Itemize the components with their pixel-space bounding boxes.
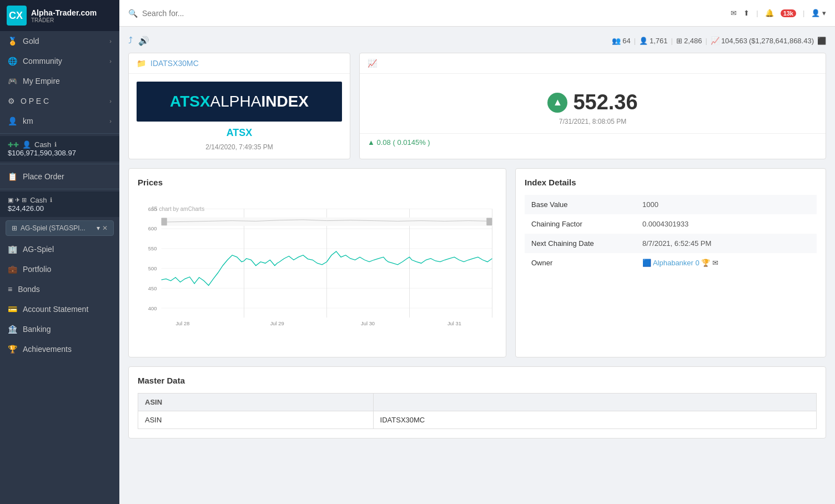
cash-icon: 👤	[22, 140, 31, 149]
index-card-body: ATSX ALPHA INDEX ATSX 2/14/2020, 7:49:35…	[129, 74, 350, 159]
km-icon: 👤	[8, 117, 17, 125]
detail-label: Next Chaining Date	[525, 234, 636, 253]
table-row: Base Value 1000	[525, 195, 817, 214]
search-icon: 🔍	[128, 9, 138, 18]
sidebar-item-label: O P E C	[21, 97, 49, 105]
sidebar-item-community[interactable]: 🌐 Community ›	[0, 51, 119, 71]
chart-svg: 650 600 550 500 450 400	[138, 193, 497, 348]
index-id[interactable]: IDATSX30MC	[150, 59, 199, 68]
details-table: Base Value 1000 Chaining Factor 0.000430…	[525, 195, 817, 273]
table-header-row: ASIN	[138, 394, 817, 411]
alpha-index-text: ALPHA	[210, 93, 261, 110]
banking-icon: 🏦	[8, 325, 17, 334]
plus-icons: ✚✚	[8, 141, 19, 149]
sidebar: CX Alpha-Trader.com TRADER 🏅 Gold › 🌐 Co…	[0, 0, 119, 504]
cash-block-1: ✚✚ 👤 Cash ℹ $106,971,590,308.97	[0, 136, 119, 162]
info-icon-2[interactable]: ℹ	[50, 196, 52, 204]
cash-amount-1: $106,971,590,308.97	[8, 149, 112, 157]
detail-value: 1000	[636, 195, 817, 214]
folder-icon: 📁	[137, 59, 146, 68]
main-content: 🔍 ✉ ⬆ | 🔔 13k | 👤 ▾ ⤴ 🔊 👥 64	[119, 0, 835, 504]
account-icons: ▣ ✈ ⊞	[8, 196, 27, 204]
atsx-logo: ATSX ALPHA INDEX	[137, 82, 342, 122]
audio-icon[interactable]: 🔊	[138, 36, 149, 46]
svg-text:400: 400	[148, 306, 157, 311]
order-icon: 📋	[8, 172, 17, 181]
sidebar-item-km[interactable]: 👤 km ›	[0, 111, 119, 131]
prices-chart-card: Prices JS chart by amCharts 650 600 550 …	[128, 168, 506, 357]
price-value-row: ▲ 552.36	[547, 90, 637, 114]
account-name: AG-Spiel (STAGSPI...	[21, 224, 85, 232]
asin-key: ASIN	[138, 411, 374, 429]
price-number: 552.36	[573, 90, 637, 114]
sidebar-item-bonds[interactable]: ≡ Bonds	[0, 279, 119, 299]
account-icon: ⊞	[12, 224, 17, 232]
detail-value: 0.0004301933	[636, 214, 817, 234]
search-box[interactable]: 🔍	[128, 9, 264, 18]
bell-icon[interactable]: 🔔	[765, 9, 774, 17]
chevron-right-icon: ›	[109, 98, 112, 104]
price-card-header: 📈	[360, 53, 826, 74]
owner-link[interactable]: Alphabanker 0	[653, 259, 700, 267]
table-row: Chaining Factor 0.0004301933	[525, 214, 817, 234]
mail-owner-icon[interactable]: ✉	[712, 259, 718, 267]
sidebar-item-ag-spiel[interactable]: 🏢 AG-Spiel	[0, 239, 119, 259]
export-icon[interactable]: ⬛	[817, 37, 826, 45]
col-value	[373, 394, 816, 411]
ag-icon: 🏢	[8, 245, 17, 254]
groups-icon: ⊞	[676, 37, 682, 45]
master-data-table: ASIN ASIN IDATSX30MC	[138, 393, 817, 429]
change-paren-close: )	[427, 138, 430, 147]
master-data-card: Master Data ASIN ASIN IDATSX30MC	[128, 366, 826, 439]
sidebar-item-my-empire[interactable]: 🎮 My Empire	[0, 71, 119, 91]
opec-icon: ⚙	[8, 97, 15, 105]
sidebar-item-label: Gold	[23, 37, 39, 46]
sidebar-item-achievements[interactable]: 🏆 Achievements	[0, 339, 119, 359]
sidebar-item-portfolio[interactable]: 💼 Portfolio	[0, 259, 119, 279]
svg-text:CX: CX	[9, 10, 23, 21]
statement-icon: 💳	[8, 305, 17, 314]
portfolio-icon: 💼	[8, 265, 17, 274]
cash-label: Cash	[34, 140, 51, 149]
chart-icon: 📈	[368, 59, 377, 68]
topbar: 🔍 ✉ ⬆ | 🔔 13k | 👤 ▾	[119, 0, 835, 27]
change-value: 0.08	[377, 138, 391, 147]
ticker-label[interactable]: ATSX	[137, 127, 342, 139]
index-card-header: 📁 IDATSX30MC	[129, 53, 350, 74]
sidebar-item-banking[interactable]: 🏦 Banking	[0, 319, 119, 339]
sidebar-item-label: Bonds	[18, 285, 40, 294]
mail-icon[interactable]: ✉	[731, 9, 737, 17]
upload-icon[interactable]: ⬆	[743, 9, 750, 17]
svg-rect-23	[162, 218, 167, 226]
search-input[interactable]	[142, 9, 264, 18]
sidebar-logo[interactable]: CX Alpha-Trader.com TRADER	[0, 0, 119, 31]
chevron-right-icon: ›	[109, 58, 112, 64]
achievements-icon: 🏆	[8, 345, 17, 354]
sidebar-item-account-statement[interactable]: 💳 Account Statement	[0, 299, 119, 319]
owner-cell: 🟦 Alphabanker 0 🏆 ✉	[636, 253, 817, 273]
gold-icon: 🏅	[8, 37, 17, 46]
online-stat: 👥 64	[612, 37, 630, 45]
sidebar-item-gold[interactable]: 🏅 Gold ›	[0, 31, 119, 51]
sidebar-item-label: Community	[23, 57, 62, 65]
sidebar-item-label: Account Statement	[23, 305, 88, 314]
sidebar-item-place-order[interactable]: 📋 Place Order	[0, 167, 119, 187]
sidebar-item-label: My Empire	[23, 77, 60, 85]
members-stat: 👤 1,761	[639, 37, 668, 45]
content-area: ⤴ 🔊 👥 64 | 👤 1,761 | ⊞ 2,486 |	[119, 27, 835, 504]
owner-flag: 🟦	[642, 259, 651, 267]
account-selector[interactable]: ⊞ AG-Spiel (STAGSPI... ▾ ✕	[6, 220, 114, 236]
detail-label: Owner	[525, 253, 636, 273]
sidebar-item-label: Place Order	[23, 172, 64, 181]
notifications-badge: 13k	[781, 9, 796, 17]
trades-icon: 📈	[711, 37, 720, 45]
sidebar-item-opec[interactable]: ⚙ O P E C ›	[0, 91, 119, 111]
info-icon[interactable]: ℹ	[54, 141, 57, 148]
stats-row: 👥 64 | 👤 1,761 | ⊞ 2,486 | 📈 104,563 ($	[612, 37, 826, 45]
user-icon[interactable]: 👤 ▾	[811, 9, 826, 17]
share-icon[interactable]: ⤴	[128, 36, 133, 46]
cash-label-2: Cash	[30, 196, 47, 204]
app-sub: TRADER	[31, 17, 97, 23]
cash-block-2: ▣ ✈ ⊞ Cash ℹ $24,426.00	[0, 191, 119, 217]
price-change: ▲ 0.08 ( 0.0145% )	[360, 133, 826, 151]
